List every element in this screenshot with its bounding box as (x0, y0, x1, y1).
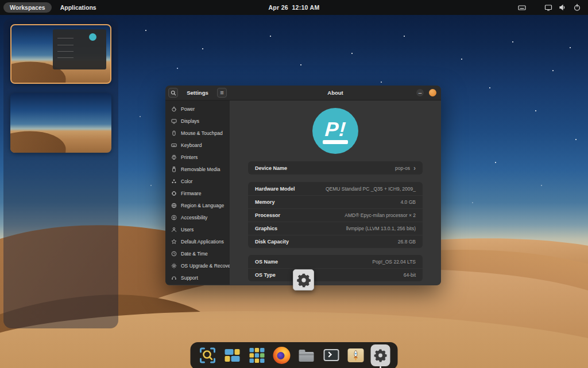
sidebar-item-region-language[interactable]: Region & Language (165, 200, 230, 212)
row-label: Processor (255, 212, 280, 218)
device-name-row[interactable]: Device Name pop-os › (248, 161, 423, 175)
row-value: AMD® Epyc-milan processor × 2 (345, 212, 416, 218)
mini-row (57, 45, 74, 45)
page-title: About (230, 90, 441, 96)
sidebar-item-label: Color (181, 179, 192, 184)
sidebar-item-removable-media[interactable]: Removable Media (165, 164, 230, 176)
table-row: Disk Capacity 26.8 GB (248, 235, 423, 248)
color-icon (171, 179, 177, 184)
dock-item-settings[interactable] (371, 346, 390, 365)
usb-icon (171, 166, 177, 172)
workspaces-overview-icon (199, 347, 216, 364)
sidebar-item-label: Date & Time (181, 251, 208, 257)
workspace-switcher (3, 18, 118, 328)
row-value: pop-os (395, 165, 410, 171)
sidebar-header: Settings ≡ (165, 86, 230, 100)
device-name-card: Device Name pop-os › (248, 161, 423, 175)
settings-icon (371, 344, 390, 366)
workspace-thumbnail-2[interactable] (10, 93, 111, 153)
settings-titlebar[interactable]: Settings ≡ About – (165, 86, 441, 100)
workspace-thumbnail-1[interactable] (10, 24, 111, 84)
star-icon (171, 239, 177, 245)
table-row: Memory 4.0 GB (248, 195, 423, 208)
sidebar-item-support[interactable]: Support (165, 272, 230, 284)
mouse-icon (171, 130, 177, 136)
dock-item-firefox[interactable] (272, 346, 292, 365)
row-label: Disk Capacity (255, 239, 289, 245)
hardware-card: Hardware Model QEMU Standard PC _Q35 + I… (248, 182, 423, 248)
sidebar-item-label: Firmware (181, 191, 201, 196)
dock-item-app-grid[interactable] (247, 346, 267, 365)
dock-item-window-tiling[interactable] (223, 346, 242, 365)
running-indicator (380, 366, 381, 368)
dock-item-files[interactable] (297, 346, 316, 365)
settings-body: Power Displays Mouse & Touchpad Keyboard… (165, 100, 441, 285)
row-value: llvmpipe (LLVM 13.0.1, 256 bits) (346, 226, 416, 231)
sidebar-item-color[interactable]: Color (165, 176, 230, 188)
sidebar-item-date-time[interactable]: Date & Time (165, 247, 230, 259)
chip-icon (171, 191, 177, 196)
sidebar-item-default-applications[interactable]: Default Applications (165, 235, 230, 247)
sidebar-item-mouse-touchpad[interactable]: Mouse & Touchpad (165, 127, 230, 140)
dock (191, 342, 398, 368)
app-grid-icon (249, 347, 266, 364)
window-tiling-icon (224, 347, 241, 364)
table-row: Graphics llvmpipe (LLVM 13.0.1, 256 bits… (248, 222, 423, 235)
power-icon[interactable] (573, 3, 581, 11)
displays-icon (171, 118, 177, 124)
pop-shop-icon (348, 348, 364, 362)
dune-shape (10, 128, 67, 153)
sidebar-item-label: Displays (181, 118, 199, 124)
keyboard-icon (171, 142, 177, 148)
settings-sidebar: Power Displays Mouse & Touchpad Keyboard… (165, 100, 230, 285)
gear-icon (171, 263, 177, 269)
sidebar-item-power[interactable]: Power (165, 103, 230, 115)
sidebar-item-label: OS Upgrade & Recovery (181, 263, 235, 269)
pop-os-logo: P! (312, 108, 358, 154)
mini-settings-window (53, 29, 106, 69)
sidebar-item-accessibility[interactable]: Accessibility (165, 211, 230, 223)
clock[interactable]: Apr 26 12:10 AM (268, 4, 319, 11)
volume-icon[interactable] (559, 3, 567, 11)
mini-pop-logo (89, 33, 96, 41)
table-row: OS Type 64-bit (248, 268, 423, 281)
power-icon (171, 106, 177, 112)
sidebar-item-displays[interactable]: Displays (165, 115, 230, 127)
row-label: OS Name (255, 259, 278, 265)
sidebar-item-label: Mouse & Touchpad (181, 130, 223, 136)
input-source-icon[interactable] (518, 3, 526, 11)
row-label: Graphics (255, 226, 277, 231)
menu-button[interactable]: ≡ (217, 88, 227, 98)
sidebar-item-label: Printers (181, 154, 198, 160)
workspaces-button[interactable]: Workspaces (3, 2, 52, 13)
pop-os-logo-text: P! (324, 120, 346, 138)
sidebar-item-label: Power (181, 106, 195, 112)
desktop: Workspaces Applications Apr 26 12:10 AM (0, 0, 588, 368)
display-icon[interactable] (544, 3, 552, 11)
sidebar-item-firmware[interactable]: Firmware (165, 188, 230, 200)
search-button[interactable] (168, 88, 178, 98)
rocket-icon (351, 350, 361, 361)
row-value: 4.0 GB (401, 199, 416, 205)
dock-item-terminal[interactable] (322, 346, 341, 365)
sidebar-item-keyboard[interactable]: Keyboard (165, 140, 230, 152)
sidebar-item-label: Default Applications (181, 239, 224, 245)
row-label: Device Name (255, 165, 287, 171)
minimize-button[interactable]: – (416, 89, 424, 96)
dock-item-workspaces[interactable] (198, 346, 218, 365)
sidebar-item-users[interactable]: Users (165, 223, 230, 235)
sidebar-item-label: Keyboard (181, 142, 202, 148)
applications-button[interactable]: Applications (54, 2, 103, 13)
dock-item-pop-shop[interactable] (346, 346, 366, 365)
settings-drag-icon[interactable] (293, 269, 314, 290)
mini-row (57, 57, 74, 58)
sidebar-item-os-upgrade-recovery[interactable]: OS Upgrade & Recovery (165, 259, 230, 272)
close-button[interactable] (429, 89, 436, 96)
settings-window: Settings ≡ About – Power Displays (165, 86, 441, 285)
accessibility-icon (171, 215, 177, 220)
terminal-icon (323, 349, 339, 361)
window-controls: – (416, 89, 436, 96)
row-value: 64-bit (404, 272, 416, 278)
os-card: OS Name Pop!_OS 22.04 LTS OS Type 64-bit (248, 255, 423, 281)
sidebar-item-printers[interactable]: Printers (165, 152, 230, 164)
